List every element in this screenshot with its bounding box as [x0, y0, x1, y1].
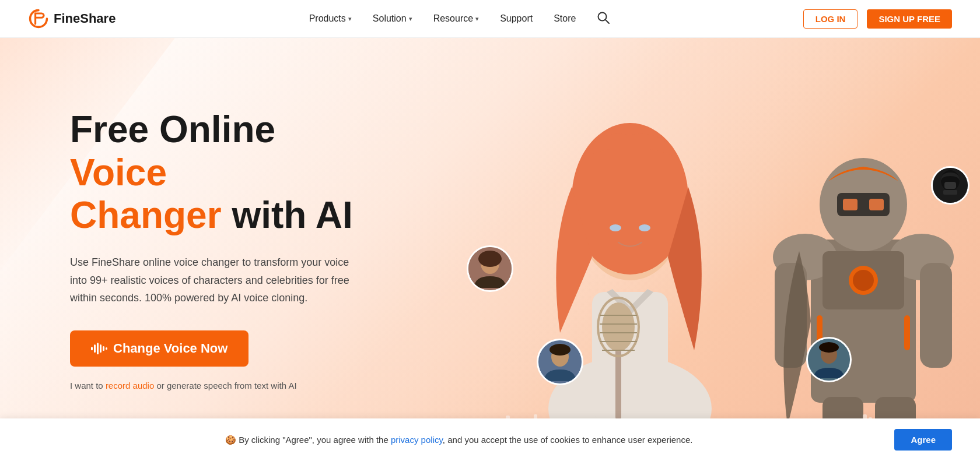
brand-name: FineShare	[54, 11, 116, 26]
svg-point-13	[639, 224, 650, 231]
avatar-man	[537, 339, 583, 385]
svg-point-46	[819, 342, 839, 353]
svg-rect-2	[91, 347, 93, 350]
nav-support[interactable]: Support	[500, 13, 533, 24]
record-audio-link[interactable]: record audio	[106, 381, 154, 390]
female-character	[502, 71, 758, 461]
hero-content: Free Online Voice Changer with AI Use Fi…	[0, 62, 362, 437]
nav-resource[interactable]: Resource ▾	[433, 13, 479, 24]
voice-wave-icon	[91, 342, 107, 355]
svg-point-27	[853, 270, 874, 291]
hero-description: Use FineShare online voice changer to tr…	[70, 254, 362, 307]
change-voice-button[interactable]: Change Voice Now	[70, 330, 249, 367]
svg-rect-49	[944, 182, 956, 189]
svg-rect-3	[94, 344, 96, 353]
solution-chevron-icon: ▾	[409, 15, 412, 23]
signup-button[interactable]: SIGN UP FREE	[867, 9, 952, 29]
cookie-banner: 🍪 By clicking "Agree", you agree with th…	[0, 418, 980, 461]
svg-rect-5	[100, 344, 102, 353]
svg-rect-31	[869, 199, 884, 210]
title-part-1: Free Online	[70, 108, 275, 150]
search-icon	[597, 11, 610, 24]
logo-icon	[28, 8, 49, 29]
svg-rect-50	[943, 190, 957, 195]
hero-illustration-area	[420, 38, 980, 461]
hero-section: Free Online Voice Changer with AI Use Fi…	[0, 38, 980, 461]
svg-point-40	[478, 251, 502, 267]
agree-button[interactable]: Agree	[894, 429, 952, 451]
svg-rect-4	[97, 343, 99, 354]
avatar-woman	[467, 245, 513, 292]
nav-links: Products ▾ Solution ▾ Resource ▾ Support…	[309, 11, 610, 27]
nav-solution[interactable]: Solution ▾	[373, 13, 412, 24]
hero-title: Free Online Voice Changer with AI	[70, 108, 362, 237]
avatar-darth-vader	[931, 166, 970, 205]
login-button[interactable]: LOG IN	[803, 9, 858, 29]
navbar: FineShare Products ▾ Solution ▾ Resource…	[0, 0, 980, 38]
svg-rect-37	[904, 315, 910, 350]
title-part-4: with AI	[222, 194, 353, 236]
svg-rect-7	[106, 347, 107, 350]
svg-rect-6	[103, 346, 104, 351]
svg-rect-33	[920, 263, 952, 368]
brand-logo[interactable]: FineShare	[28, 8, 116, 29]
privacy-policy-link[interactable]: privacy policy	[391, 435, 443, 445]
nav-actions: LOG IN SIGN UP FREE	[803, 9, 952, 29]
svg-point-16	[602, 302, 635, 351]
nav-store[interactable]: Store	[554, 13, 576, 24]
svg-line-1	[606, 20, 609, 23]
products-chevron-icon: ▾	[348, 15, 352, 23]
hero-sub-text: I want to record audio or generate speec…	[70, 381, 362, 390]
nav-products[interactable]: Products ▾	[309, 13, 352, 24]
cookie-text: 🍪 By clicking "Agree", you agree with th…	[28, 435, 890, 445]
title-part-3: Changer	[70, 194, 222, 236]
svg-rect-30	[843, 199, 858, 210]
search-button[interactable]	[597, 11, 610, 27]
svg-point-12	[610, 224, 621, 231]
avatar-obama	[806, 337, 852, 382]
svg-point-43	[550, 344, 570, 356]
resource-chevron-icon: ▾	[475, 15, 479, 23]
title-part-2: Voice	[70, 152, 167, 193]
